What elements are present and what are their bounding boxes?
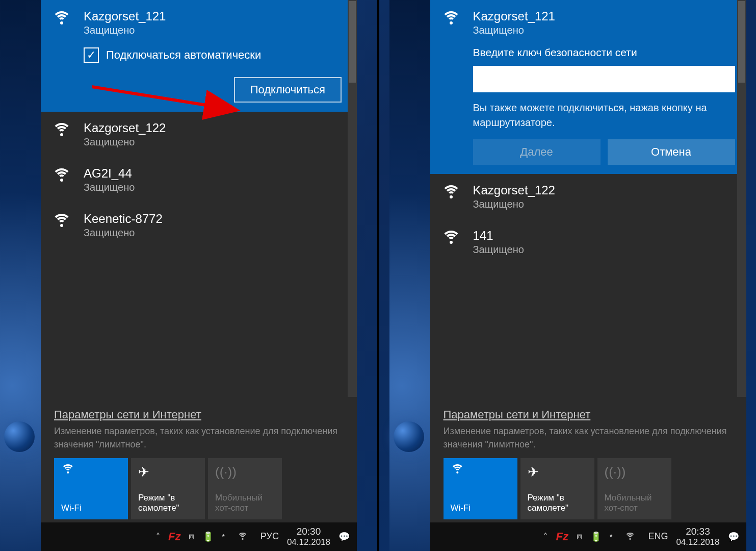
- tile-airplane[interactable]: ✈ Режим "в самолете": [520, 458, 594, 519]
- dropbox-tray-icon[interactable]: ⧈: [189, 531, 194, 542]
- tile-label: Wi-Fi: [451, 503, 510, 513]
- clock-date: 04.12.2018: [676, 537, 719, 547]
- network-status: Защищено: [473, 24, 735, 36]
- tile-label: Wi-Fi: [61, 503, 121, 513]
- auto-connect-label: Подключаться автоматически: [106, 48, 261, 62]
- tray-overflow-icon[interactable]: ˄: [543, 532, 548, 541]
- language-indicator[interactable]: ENG: [648, 531, 668, 542]
- filezilla-tray-icon[interactable]: Fz: [556, 530, 568, 543]
- clock[interactable]: 20:30 04.12.2018: [287, 526, 330, 547]
- network-settings-section: Параметры сети и Интернет Изменение пара…: [41, 408, 357, 458]
- network-settings-desc: Изменение параметров, таких как установл…: [54, 424, 344, 451]
- tile-label: Мобильный хот-спот: [605, 493, 664, 513]
- wifi-icon: [52, 121, 73, 148]
- quick-action-tiles: Wi-Fi ✈ Режим "в самолете" ((·)) Мобильн…: [41, 458, 357, 519]
- network-settings-link[interactable]: Параметры сети и Интернет: [54, 408, 201, 421]
- wifi-tray-icon[interactable]: [620, 529, 640, 544]
- wifi-icon: [451, 464, 510, 480]
- wifi-icon: [52, 9, 73, 103]
- network-item[interactable]: Keenetic-8772 Защищено: [41, 203, 357, 248]
- network-flyout-right: Kazgorset_121 Защищено Введите ключ безо…: [430, 0, 746, 551]
- network-ssid: Kazgorset_122: [84, 121, 346, 135]
- network-ssid: AG2I_44: [84, 166, 346, 181]
- tile-hotspot[interactable]: ((·)) Мобильный хот-спот: [597, 458, 671, 519]
- network-status: Защищено: [84, 227, 346, 239]
- network-flyout-left: Kazgorset_121 Защищено ✓ Подключаться ав…: [41, 0, 357, 551]
- notifications-icon[interactable]: 💬: [728, 531, 739, 542]
- clock[interactable]: 20:33 04.12.2018: [676, 526, 719, 547]
- cancel-button[interactable]: Отмена: [608, 139, 735, 165]
- network-list: Kazgorset_121 Защищено Введите ключ безо…: [430, 0, 746, 408]
- scrollbar[interactable]: [348, 0, 357, 397]
- next-button[interactable]: Далее: [473, 139, 601, 165]
- password-prompt-label: Введите ключ безопасности сети: [473, 46, 735, 59]
- desktop-wallpaper: [389, 0, 430, 551]
- notifications-icon[interactable]: 💬: [338, 531, 350, 542]
- system-tray: ˄ Fz ⧈ 🔋 * РУС 20:30 04.12.2018 💬: [156, 526, 350, 547]
- dropbox-tray-icon[interactable]: ⧈: [577, 531, 582, 542]
- system-tray: ˄ Fz ⧈ 🔋 * ENG 20:33 04.12.2018 💬: [543, 526, 739, 547]
- network-password-input[interactable]: [473, 66, 735, 92]
- battery-tray-icon[interactable]: 🔋: [590, 531, 602, 542]
- taskbar: ˄ Fz ⧈ 🔋 * ENG 20:33 04.12.2018 💬: [430, 522, 746, 551]
- network-item[interactable]: AG2I_44 Защищено: [41, 157, 357, 203]
- network-list: Kazgorset_121 Защищено ✓ Подключаться ав…: [41, 0, 357, 408]
- network-settings-desc: Изменение параметров, таких как установл…: [444, 424, 733, 451]
- network-settings-link[interactable]: Параметры сети и Интернет: [444, 408, 591, 421]
- wifi-icon: [52, 166, 73, 193]
- tile-label: Мобильный хот-спот: [215, 493, 275, 513]
- filezilla-tray-icon[interactable]: Fz: [168, 530, 180, 543]
- scrollbar-thumb[interactable]: [738, 1, 745, 83]
- network-ssid: Kazgorset_121: [473, 9, 735, 23]
- hotspot-icon: ((·)): [605, 464, 664, 480]
- taskbar: ˄ Fz ⧈ 🔋 * РУС 20:30 04.12.2018 💬: [41, 522, 357, 551]
- network-status: Защищено: [473, 244, 735, 256]
- clock-time: 20:30: [287, 526, 330, 537]
- desktop-wallpaper: [0, 0, 41, 551]
- network-item[interactable]: 141 Защищено: [430, 219, 746, 265]
- tile-hotspot[interactable]: ((·)) Мобильный хот-спот: [208, 458, 282, 519]
- hotspot-icon: ((·)): [215, 464, 275, 480]
- wifi-icon: [61, 464, 121, 480]
- network-item[interactable]: Kazgorset_122 Защищено: [430, 174, 746, 219]
- network-status: Защищено: [84, 136, 346, 148]
- network-status: Защищено: [84, 24, 346, 36]
- wifi-icon: [441, 229, 463, 256]
- network-item-selected[interactable]: Kazgorset_121 Защищено Введите ключ безо…: [430, 0, 746, 174]
- tile-label: Режим "в самолете": [528, 493, 587, 513]
- clock-time: 20:33: [676, 526, 719, 537]
- wifi-icon: [441, 183, 463, 210]
- airplane-icon: ✈: [138, 464, 198, 480]
- tray-overflow-icon[interactable]: ˄: [156, 532, 160, 541]
- quick-action-tiles: Wi-Fi ✈ Режим "в самолете" ((·)) Мобильн…: [430, 458, 746, 519]
- network-settings-section: Параметры сети и Интернет Изменение пара…: [430, 408, 746, 458]
- network-status: Защищено: [84, 182, 346, 193]
- panel-divider: [377, 0, 379, 551]
- scrollbar[interactable]: [737, 0, 746, 397]
- network-status: Защищено: [473, 198, 735, 210]
- wifi-icon: [52, 212, 73, 239]
- tile-wifi[interactable]: Wi-Fi: [444, 458, 517, 519]
- battery-tray-icon[interactable]: 🔋: [202, 531, 214, 542]
- language-indicator[interactable]: РУС: [260, 531, 279, 542]
- network-ssid: Kazgorset_121: [84, 9, 346, 23]
- wps-hint: Вы также можете подключиться, нажав кноп…: [473, 101, 735, 130]
- asterisk-icon: *: [222, 533, 224, 541]
- network-item-selected[interactable]: Kazgorset_121 Защищено ✓ Подключаться ав…: [41, 0, 357, 112]
- tile-airplane[interactable]: ✈ Режим "в самолете": [131, 458, 205, 519]
- auto-connect-row[interactable]: ✓ Подключаться автоматически: [84, 47, 346, 63]
- tile-wifi[interactable]: Wi-Fi: [54, 458, 128, 519]
- wifi-icon: [441, 9, 463, 165]
- network-ssid: Kazgorset_122: [473, 183, 735, 197]
- connect-button[interactable]: Подключиться: [234, 77, 342, 103]
- clock-date: 04.12.2018: [287, 537, 330, 547]
- network-ssid: 141: [473, 229, 735, 243]
- airplane-icon: ✈: [528, 464, 587, 480]
- asterisk-icon: *: [610, 533, 612, 541]
- scrollbar-thumb[interactable]: [349, 1, 356, 83]
- auto-connect-checkbox[interactable]: ✓: [84, 47, 99, 63]
- wifi-tray-icon[interactable]: [233, 529, 252, 544]
- network-ssid: Keenetic-8772: [84, 212, 346, 226]
- tile-label: Режим "в самолете": [138, 493, 198, 513]
- network-item[interactable]: Kazgorset_122 Защищено: [41, 112, 357, 157]
